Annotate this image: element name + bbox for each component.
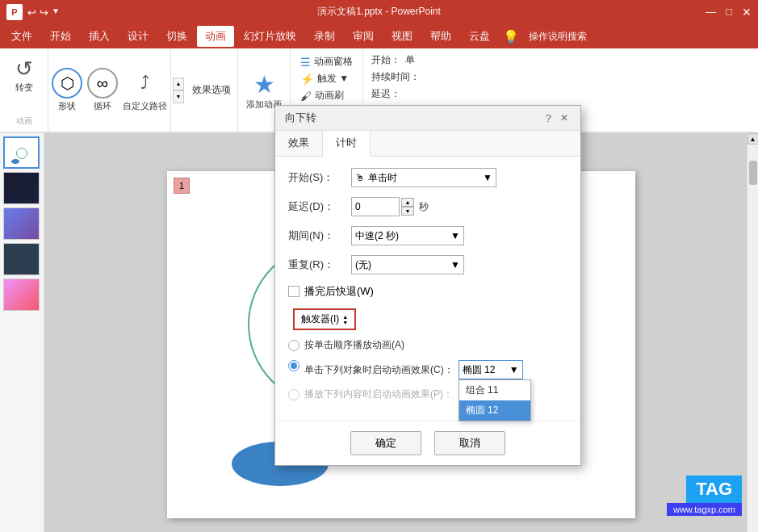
window-controls: — □ ✕	[706, 6, 752, 19]
dialog-delay-input[interactable]	[351, 197, 400, 216]
menu-file[interactable]: 文件	[3, 26, 40, 47]
dialog-delay-input-group: ▲ ▼ 秒	[351, 197, 429, 216]
dialog-cancel-btn[interactable]: 取消	[434, 431, 505, 455]
dialog-radio-click-obj-label: 单击下列对象时启动动画效果(C)：	[304, 363, 454, 377]
close-btn[interactable]: ✕	[742, 6, 752, 19]
undo-btn[interactable]: ↩	[27, 6, 36, 19]
duration-row: 持续时间：	[371, 70, 420, 84]
dialog-delay-spin-up[interactable]: ▲	[401, 198, 414, 207]
dialog-period-row: 期间(N)： 中速(2 秒) ▼	[288, 226, 567, 245]
add-animation-star-icon[interactable]: ★	[253, 70, 275, 98]
dialog-title-bar: 向下转 ? ✕	[275, 106, 580, 131]
menu-help[interactable]: 帮助	[422, 26, 459, 47]
dialog-content: 开始(S)： 🖱 单击时 ▼ 延迟(D)： ▲ ▼ 秒 期间(N)：	[275, 157, 580, 421]
dialog-ok-btn[interactable]: 确定	[350, 431, 421, 455]
dialog-rewind-label: 播完后快退(W)	[304, 284, 374, 299]
slide-thumb-3[interactable]: 3	[3, 207, 40, 240]
dialog-close-btn[interactable]: ✕	[558, 111, 571, 124]
menu-view[interactable]: 视图	[383, 26, 421, 47]
canvas-scrollbar: ▲ ▼	[747, 133, 758, 532]
dialog-period-select[interactable]: 中速(2 秒) ▼	[351, 226, 464, 245]
logo-text: P	[11, 7, 17, 17]
menu-switch[interactable]: 切换	[158, 26, 195, 47]
effects-section: 效果选项	[186, 48, 238, 132]
dialog-footer: 确定 取消	[275, 421, 580, 465]
shape-label: 形状	[58, 100, 76, 112]
shape-anim-btn[interactable]: ⬡ 形状	[52, 68, 82, 112]
dialog-controls: ? ✕	[546, 111, 571, 124]
dialog-start-select[interactable]: 🖱 单击时 ▼	[351, 168, 496, 187]
anim-brush-btn[interactable]: 🖌 动画刷	[297, 87, 356, 104]
dialog-tabs: 效果 计时	[275, 131, 580, 157]
dialog-radio-click-obj-line: 单击下列对象时启动动画效果(C)： 椭圆 12 ▼ 组合 11 椭圆 12	[304, 360, 567, 379]
menu-design[interactable]: 设计	[119, 26, 157, 47]
slide-thumb-2[interactable]: 2	[3, 172, 40, 204]
thumb-ellipse	[11, 159, 19, 164]
maximize-btn[interactable]: □	[726, 6, 732, 19]
dialog-delay-spin-down[interactable]: ▼	[401, 207, 414, 216]
dialog-trigger-row: 触发器(I) ▲ ▼	[288, 308, 567, 330]
scrollbar-up-btn[interactable]: ▲	[748, 133, 759, 145]
minimize-btn[interactable]: —	[706, 6, 716, 19]
ribbon-scroll-up[interactable]: ▲	[173, 77, 184, 90]
start-value: 单	[405, 53, 415, 67]
watermark-sub: www.tagxp.com	[667, 503, 742, 516]
thumb-circle	[16, 148, 27, 159]
dialog-radio-sequential-btn[interactable]	[288, 340, 299, 351]
scrollbar-track	[748, 145, 759, 532]
obj-select-btn[interactable]: 椭圆 12 ▼	[459, 360, 523, 379]
slide-panel: 1 2 3 4 5	[0, 133, 44, 532]
turn-label: 转变	[15, 82, 33, 94]
menu-start[interactable]: 开始	[42, 26, 79, 47]
dialog-radio-play-content-btn[interactable]	[288, 389, 299, 400]
title-bar: P ↩ ↪ ▼ 演示文稿1.pptx - PowerPoint — □ ✕	[0, 0, 758, 24]
slide-thumb-container-3: 3	[3, 207, 40, 240]
dialog-tab-timing[interactable]: 计时	[323, 131, 371, 157]
custom-path-icon: ⤴	[130, 68, 161, 98]
dialog-help-btn[interactable]: ?	[546, 112, 551, 124]
dialog-trigger-btn-label: 触发器(I)	[301, 312, 339, 326]
obj-select-wrapper: 椭圆 12 ▼ 组合 11 椭圆 12	[459, 360, 523, 379]
dialog-rewind-checkbox[interactable]	[288, 286, 299, 297]
dialog-start-row: 开始(S)： 🖱 单击时 ▼	[288, 168, 567, 187]
dialog-trigger-btn[interactable]: 触发器(I) ▲ ▼	[293, 308, 356, 330]
menu-insert[interactable]: 插入	[81, 26, 118, 47]
custom-path-btn[interactable]: ⤴ 自定义路径	[123, 68, 167, 112]
dialog-start-label: 开始(S)：	[288, 170, 345, 185]
ribbon-scroll-down[interactable]: ▼	[173, 90, 184, 103]
menu-search[interactable]: 操作说明搜索	[521, 27, 595, 47]
loop-anim-btn[interactable]: ∞ 循环	[87, 68, 118, 112]
dialog-radio-click-obj: 单击下列对象时启动动画效果(C)： 椭圆 12 ▼ 组合 11 椭圆 12	[288, 360, 567, 379]
watermark-main: TAG	[686, 475, 742, 503]
scrollbar-thumb[interactable]	[749, 161, 757, 185]
anim-panel-btn[interactable]: ☰ 动画窗格	[297, 53, 356, 70]
slide-thumb-1[interactable]: 1	[3, 136, 40, 169]
slide-thumb-5[interactable]: 5	[3, 279, 40, 311]
menu-record[interactable]: 录制	[306, 26, 343, 47]
quick-access-dropdown[interactable]: ▼	[52, 6, 60, 19]
trigger-up-arrow: ▲	[342, 314, 348, 320]
ribbon-section-transition: ↺ 转变 动画	[0, 48, 48, 132]
dialog-radio-click-obj-btn[interactable]	[288, 360, 299, 371]
menu-animation[interactable]: 动画	[197, 26, 234, 47]
trigger-btn[interactable]: ⚡ 触发 ▼	[297, 70, 356, 87]
loop-label: 循环	[94, 100, 111, 112]
ribbon-anim-group-label: 动画	[16, 115, 32, 127]
slide-thumb-container-1: 1	[3, 136, 40, 169]
dialog-repeat-value: (无)	[355, 258, 371, 272]
dialog-repeat-row: 重复(R)： (无) ▼	[288, 255, 567, 274]
obj-select-arrow: ▼	[509, 364, 519, 375]
menu-cloud[interactable]: 云盘	[461, 26, 498, 47]
dialog-tab-effect[interactable]: 效果	[275, 131, 323, 156]
menu-slideshow[interactable]: 幻灯片放映	[236, 26, 304, 47]
redo-btn[interactable]: ↪	[40, 6, 48, 19]
slide-thumb-4[interactable]: 4	[3, 243, 40, 275]
dialog-repeat-select[interactable]: (无) ▼	[351, 255, 464, 274]
delay-label: 延迟：	[371, 87, 400, 101]
obj-dropdown-item-1[interactable]: 组合 11	[459, 380, 530, 400]
custom-path-label: 自定义路径	[123, 100, 167, 112]
effects-option-btn[interactable]: 效果选项	[192, 83, 231, 97]
obj-dropdown-item-2[interactable]: 椭圆 12	[459, 400, 530, 421]
menu-review[interactable]: 审阅	[345, 26, 382, 47]
transition-turnover-btn[interactable]: ↺ 转变	[12, 53, 36, 97]
